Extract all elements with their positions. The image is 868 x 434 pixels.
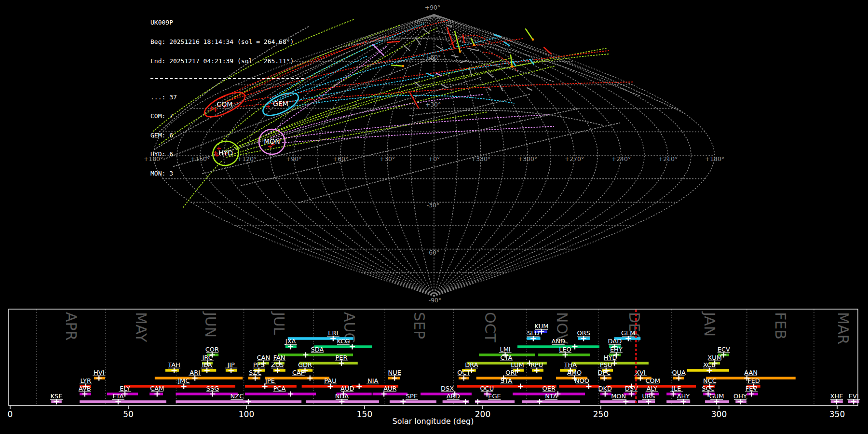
peak-marker — [192, 376, 198, 381]
peak-marker — [327, 384, 333, 389]
meteor-streak — [410, 93, 419, 108]
x-tick-label: 100 — [239, 409, 254, 419]
shower-code-label: ORS — [577, 329, 590, 337]
grid-label: +270° — [565, 155, 584, 163]
meteor-streak — [436, 73, 441, 76]
peak-marker — [749, 392, 754, 397]
peak-marker — [262, 384, 268, 389]
grid-label: +30° — [425, 101, 441, 108]
shower-code-label: JPE — [265, 377, 275, 384]
shower-code-label: NZC — [231, 393, 244, 400]
shower-code-label: SLD — [527, 329, 540, 337]
shower-code-label: CAM — [150, 385, 164, 392]
shower-code-label: DKD — [598, 385, 612, 392]
shower-code-label: AND — [551, 338, 565, 345]
shower-code-label: DAD — [608, 338, 622, 345]
shower-kse: KSE — [50, 393, 63, 405]
grid-label: -60° — [427, 249, 440, 256]
shower-code-label: LEO — [559, 346, 571, 353]
peak-marker — [330, 336, 336, 341]
shower-code-label: AAN — [744, 369, 758, 376]
activity-bar — [176, 400, 301, 403]
shower-zcs: ZCS — [271, 361, 285, 373]
month-label: OCT — [482, 312, 499, 343]
shower-code-label: XUM — [707, 354, 722, 361]
shower-code-label: ELY — [120, 385, 130, 392]
shower-ors: ORS — [577, 329, 590, 341]
shower-code-label: IRC — [203, 354, 213, 361]
shower-code-label: JIP — [227, 361, 235, 368]
activity-bar — [475, 400, 515, 403]
peak-marker — [518, 384, 523, 389]
meteor-streak-tip — [459, 51, 461, 53]
shower-code-label: NUE — [388, 369, 401, 376]
peak-marker — [356, 384, 362, 389]
month-label: MAY — [133, 312, 149, 342]
session-begin: Beg: 20251216 18:14:34 (sol = 264.68°) — [150, 39, 304, 45]
shower-code-label: IEA — [202, 361, 212, 368]
header-separator — [150, 78, 304, 79]
meteor-trail — [278, 115, 549, 139]
shower-code-label: FAN — [273, 354, 285, 361]
shower-code-label: AHY — [677, 393, 690, 400]
meteor-streak-tip — [473, 44, 475, 46]
peak-marker — [210, 392, 215, 397]
peak-marker — [350, 344, 355, 350]
shower-code-label: DSX — [441, 385, 454, 392]
shower-code-label: SZC — [249, 369, 261, 376]
peak-marker — [629, 392, 634, 397]
peak-marker — [714, 399, 719, 405]
count-hyd: HYD: 6 — [150, 151, 304, 157]
peak-marker — [611, 361, 617, 366]
shower-code-label: PSU — [600, 361, 612, 368]
activity-bar — [600, 400, 636, 403]
shower-cam: CAM — [149, 385, 164, 397]
peak-marker — [623, 399, 628, 405]
shower-sld: SLD — [527, 329, 540, 341]
shower-code-label: CTA — [501, 354, 513, 361]
shower-code-label: XCB — [703, 361, 716, 368]
month-label: FEB — [772, 312, 789, 339]
meteor-streak-tip — [511, 66, 514, 68]
shower-bars: KUMERISLDORSGEMJXAKCGANDDADCORSDALMILEOE… — [50, 323, 860, 405]
grid-label: +60° — [333, 155, 349, 163]
gray-meteor-streak — [415, 82, 420, 87]
shower-szc: SZC — [248, 369, 261, 381]
peak-marker — [381, 392, 387, 397]
peak-marker — [181, 384, 187, 389]
meteor-trail — [283, 126, 554, 143]
shower-code-label: MON — [611, 393, 626, 400]
peak-marker — [475, 399, 480, 405]
shower-rpu: RPU — [530, 361, 543, 373]
peak-marker — [563, 353, 568, 358]
shower-code-label: GEM — [621, 329, 636, 337]
shower-iea: IEA — [201, 361, 216, 373]
shower-code-label: LYR — [81, 377, 92, 384]
shower-code-label: OCU — [480, 385, 494, 392]
peak-marker — [253, 376, 258, 381]
shower-code-label: JMC — [177, 377, 190, 384]
shower-ege: EGE — [475, 393, 515, 405]
gray-meteor-streak — [488, 88, 491, 90]
grid-label: +240° — [611, 155, 631, 163]
meteor-trail — [357, 59, 555, 82]
shower-code-label: KSE — [51, 393, 63, 400]
shower-code-label: STA — [501, 377, 512, 384]
peak-marker — [96, 376, 102, 381]
peak-marker — [400, 399, 406, 405]
shower-code-label: SDA — [311, 346, 324, 353]
peak-marker — [706, 368, 712, 373]
grid-label: +300° — [518, 155, 538, 163]
shower-code-label: FTA — [112, 393, 123, 400]
shower-code-label: NOO — [575, 377, 589, 384]
meteor-streak — [494, 35, 501, 37]
shower-code-label: ARI — [190, 369, 200, 376]
peak-marker — [204, 368, 210, 373]
peak-marker — [676, 376, 681, 381]
activity-bar — [457, 385, 556, 388]
meteor-streak-tip — [402, 65, 405, 68]
shower-qua: QUA — [672, 369, 686, 381]
meteor-trail — [436, 31, 641, 96]
meteor-streak — [526, 29, 533, 40]
station-id: UK009P — [150, 19, 304, 26]
